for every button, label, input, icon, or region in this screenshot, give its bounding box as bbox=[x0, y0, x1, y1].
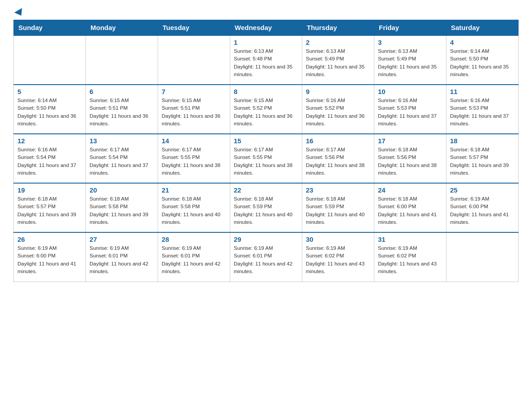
day-info: Sunrise: 6:18 AMSunset: 5:58 PMDaylight:… bbox=[90, 195, 154, 226]
calendar-cell: 8Sunrise: 6:15 AMSunset: 5:52 PMDaylight… bbox=[230, 85, 302, 134]
calendar-cell: 22Sunrise: 6:18 AMSunset: 5:59 PMDayligh… bbox=[230, 183, 302, 232]
calendar-week-row-3: 12Sunrise: 6:16 AMSunset: 5:54 PMDayligh… bbox=[14, 134, 519, 183]
calendar-cell: 13Sunrise: 6:17 AMSunset: 5:54 PMDayligh… bbox=[86, 134, 158, 183]
calendar-cell: 29Sunrise: 6:19 AMSunset: 6:01 PMDayligh… bbox=[230, 232, 302, 282]
day-info: Sunrise: 6:18 AMSunset: 5:56 PMDaylight:… bbox=[378, 146, 442, 177]
day-number: 7 bbox=[162, 88, 226, 95]
day-info: Sunrise: 6:13 AMSunset: 5:49 PMDaylight:… bbox=[306, 47, 370, 78]
day-info: Sunrise: 6:19 AMSunset: 6:00 PMDaylight:… bbox=[450, 195, 515, 226]
day-number: 4 bbox=[450, 39, 515, 46]
calendar-cell: 17Sunrise: 6:18 AMSunset: 5:56 PMDayligh… bbox=[374, 134, 446, 183]
calendar-header-row: SundayMondayTuesdayWednesdayThursdayFrid… bbox=[14, 20, 519, 36]
day-number: 1 bbox=[234, 39, 298, 46]
calendar-header-tuesday: Tuesday bbox=[158, 20, 230, 36]
day-number: 29 bbox=[234, 235, 298, 243]
day-number: 24 bbox=[378, 186, 442, 194]
day-number: 15 bbox=[234, 137, 298, 145]
logo-arrow-icon bbox=[14, 8, 25, 18]
calendar-cell: 15Sunrise: 6:17 AMSunset: 5:55 PMDayligh… bbox=[230, 134, 302, 183]
day-info: Sunrise: 6:19 AMSunset: 6:01 PMDaylight:… bbox=[90, 244, 154, 275]
calendar-header-wednesday: Wednesday bbox=[230, 20, 302, 36]
day-info: Sunrise: 6:19 AMSunset: 6:01 PMDaylight:… bbox=[234, 244, 298, 275]
calendar-header-sunday: Sunday bbox=[14, 20, 86, 36]
day-number: 3 bbox=[378, 39, 442, 46]
calendar-cell: 24Sunrise: 6:18 AMSunset: 6:00 PMDayligh… bbox=[374, 183, 446, 232]
calendar-header-monday: Monday bbox=[86, 20, 158, 36]
day-info: Sunrise: 6:19 AMSunset: 6:02 PMDaylight:… bbox=[306, 244, 370, 275]
day-info: Sunrise: 6:18 AMSunset: 5:59 PMDaylight:… bbox=[306, 195, 370, 226]
day-info: Sunrise: 6:16 AMSunset: 5:52 PMDaylight:… bbox=[306, 97, 370, 128]
day-number: 30 bbox=[306, 235, 370, 243]
day-info: Sunrise: 6:18 AMSunset: 5:57 PMDaylight:… bbox=[450, 146, 515, 177]
day-number: 11 bbox=[450, 88, 515, 95]
calendar-cell: 21Sunrise: 6:18 AMSunset: 5:58 PMDayligh… bbox=[158, 183, 230, 232]
day-number: 20 bbox=[90, 186, 154, 194]
calendar-week-row-5: 26Sunrise: 6:19 AMSunset: 6:00 PMDayligh… bbox=[14, 232, 519, 282]
day-info: Sunrise: 6:17 AMSunset: 5:54 PMDaylight:… bbox=[90, 146, 154, 177]
calendar-cell: 10Sunrise: 6:16 AMSunset: 5:53 PMDayligh… bbox=[374, 85, 446, 134]
day-number: 12 bbox=[17, 137, 82, 145]
calendar-cell: 7Sunrise: 6:15 AMSunset: 5:51 PMDaylight… bbox=[158, 85, 230, 134]
calendar-cell: 19Sunrise: 6:18 AMSunset: 5:57 PMDayligh… bbox=[14, 183, 86, 232]
day-number: 28 bbox=[162, 235, 226, 243]
calendar-cell: 6Sunrise: 6:15 AMSunset: 5:51 PMDaylight… bbox=[86, 85, 158, 134]
calendar-cell: 26Sunrise: 6:19 AMSunset: 6:00 PMDayligh… bbox=[14, 232, 86, 282]
calendar-cell: 20Sunrise: 6:18 AMSunset: 5:58 PMDayligh… bbox=[86, 183, 158, 232]
calendar-cell: 4Sunrise: 6:14 AMSunset: 5:50 PMDaylight… bbox=[446, 35, 519, 85]
calendar-cell: 3Sunrise: 6:13 AMSunset: 5:49 PMDaylight… bbox=[374, 35, 446, 85]
day-number: 19 bbox=[17, 186, 82, 194]
calendar-cell: 18Sunrise: 6:18 AMSunset: 5:57 PMDayligh… bbox=[446, 134, 519, 183]
calendar-cell: 14Sunrise: 6:17 AMSunset: 5:55 PMDayligh… bbox=[158, 134, 230, 183]
logo-blue-text bbox=[13, 9, 24, 15]
calendar-header-thursday: Thursday bbox=[302, 20, 374, 36]
day-info: Sunrise: 6:15 AMSunset: 5:51 PMDaylight:… bbox=[162, 97, 226, 128]
day-number: 23 bbox=[306, 186, 370, 194]
day-info: Sunrise: 6:17 AMSunset: 5:55 PMDaylight:… bbox=[162, 146, 226, 177]
day-number: 17 bbox=[378, 137, 442, 145]
day-info: Sunrise: 6:17 AMSunset: 5:55 PMDaylight:… bbox=[234, 146, 298, 177]
calendar-cell: 25Sunrise: 6:19 AMSunset: 6:00 PMDayligh… bbox=[446, 183, 519, 232]
calendar-week-row-4: 19Sunrise: 6:18 AMSunset: 5:57 PMDayligh… bbox=[14, 183, 519, 232]
calendar-cell: 12Sunrise: 6:16 AMSunset: 5:54 PMDayligh… bbox=[14, 134, 86, 183]
day-number: 21 bbox=[162, 186, 226, 194]
calendar-cell: 30Sunrise: 6:19 AMSunset: 6:02 PMDayligh… bbox=[302, 232, 374, 282]
day-info: Sunrise: 6:18 AMSunset: 5:58 PMDaylight:… bbox=[162, 195, 226, 226]
day-info: Sunrise: 6:14 AMSunset: 5:50 PMDaylight:… bbox=[450, 47, 515, 78]
day-info: Sunrise: 6:14 AMSunset: 5:50 PMDaylight:… bbox=[17, 97, 82, 128]
calendar-cell bbox=[86, 35, 158, 85]
day-number: 9 bbox=[306, 88, 370, 95]
calendar-cell: 2Sunrise: 6:13 AMSunset: 5:49 PMDaylight… bbox=[302, 35, 374, 85]
day-number: 31 bbox=[378, 235, 442, 243]
day-info: Sunrise: 6:17 AMSunset: 5:56 PMDaylight:… bbox=[306, 146, 370, 177]
day-number: 10 bbox=[378, 88, 442, 95]
calendar-cell bbox=[446, 232, 519, 282]
calendar-table: SundayMondayTuesdayWednesdayThursdayFrid… bbox=[13, 20, 519, 282]
calendar-cell bbox=[14, 35, 86, 85]
day-info: Sunrise: 6:15 AMSunset: 5:51 PMDaylight:… bbox=[90, 97, 154, 128]
calendar-week-row-2: 5Sunrise: 6:14 AMSunset: 5:50 PMDaylight… bbox=[14, 85, 519, 134]
day-info: Sunrise: 6:13 AMSunset: 5:48 PMDaylight:… bbox=[234, 47, 298, 78]
day-number: 25 bbox=[450, 186, 515, 194]
day-number: 8 bbox=[234, 88, 298, 95]
day-number: 13 bbox=[90, 137, 154, 145]
day-info: Sunrise: 6:18 AMSunset: 5:57 PMDaylight:… bbox=[17, 195, 82, 226]
day-info: Sunrise: 6:19 AMSunset: 6:00 PMDaylight:… bbox=[17, 244, 82, 275]
calendar-cell: 23Sunrise: 6:18 AMSunset: 5:59 PMDayligh… bbox=[302, 183, 374, 232]
calendar-cell: 11Sunrise: 6:16 AMSunset: 5:53 PMDayligh… bbox=[446, 85, 519, 134]
day-info: Sunrise: 6:18 AMSunset: 6:00 PMDaylight:… bbox=[378, 195, 442, 226]
day-number: 18 bbox=[450, 137, 515, 145]
day-number: 6 bbox=[90, 88, 154, 95]
day-number: 26 bbox=[17, 235, 82, 243]
calendar-cell bbox=[158, 35, 230, 85]
calendar-header-friday: Friday bbox=[374, 20, 446, 36]
day-number: 16 bbox=[306, 137, 370, 145]
calendar-cell: 28Sunrise: 6:19 AMSunset: 6:01 PMDayligh… bbox=[158, 232, 230, 282]
day-info: Sunrise: 6:16 AMSunset: 5:53 PMDaylight:… bbox=[378, 97, 442, 128]
calendar-cell: 27Sunrise: 6:19 AMSunset: 6:01 PMDayligh… bbox=[86, 232, 158, 282]
calendar-cell: 16Sunrise: 6:17 AMSunset: 5:56 PMDayligh… bbox=[302, 134, 374, 183]
logo bbox=[13, 9, 24, 15]
day-number: 5 bbox=[17, 88, 82, 95]
day-number: 14 bbox=[162, 137, 226, 145]
day-info: Sunrise: 6:13 AMSunset: 5:49 PMDaylight:… bbox=[378, 47, 442, 78]
day-number: 22 bbox=[234, 186, 298, 194]
